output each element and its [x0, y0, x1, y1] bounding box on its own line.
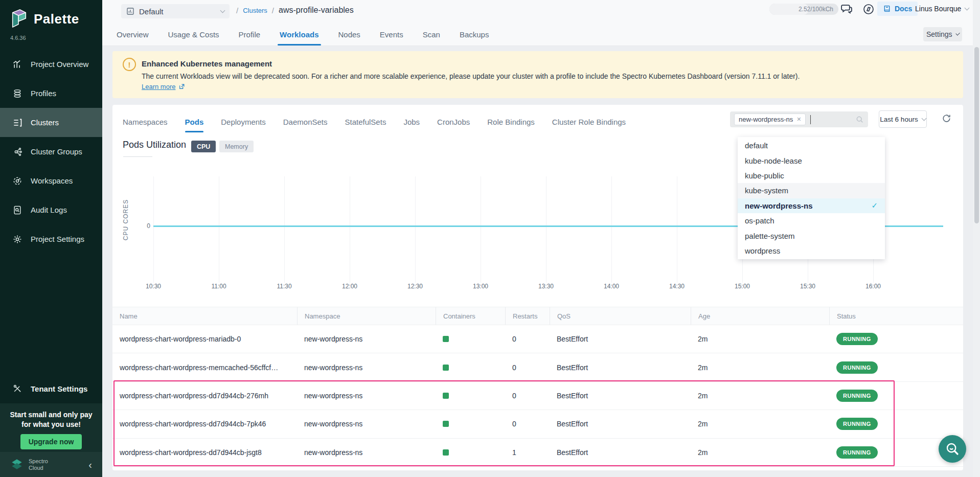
deprecation-banner: ! Enhanced Kubernetes management The cur…	[112, 51, 963, 98]
user-menu[interactable]: Linus Bourque	[915, 5, 969, 13]
subtab-cronjobs[interactable]: CronJobs	[437, 112, 470, 132]
gridline	[284, 176, 285, 283]
pod-qos: BestEffort	[550, 392, 691, 400]
sidebar-item-profiles[interactable]: Profiles	[0, 79, 102, 108]
app-window: Palette 4.6.36 Project Overview Profiles…	[0, 0, 980, 477]
breadcrumb-link-clusters[interactable]: Clusters	[243, 7, 267, 14]
x-tick: 15:30	[787, 283, 828, 290]
pod-name: wordpress-chart-wordpress-memcached-56cf…	[112, 364, 297, 372]
feedback-chat-icon[interactable]	[840, 3, 853, 17]
tab-events[interactable]: Events	[380, 22, 403, 46]
subtab-deployments[interactable]: Deployments	[221, 112, 266, 132]
pod-qos: BestEffort	[550, 448, 691, 457]
gridline	[481, 176, 481, 283]
dropdown-option-kube-node-lease[interactable]: kube-node-lease	[738, 153, 885, 168]
dropdown-option-palette-system[interactable]: palette-system	[738, 228, 885, 243]
tab-nodes[interactable]: Nodes	[338, 22, 360, 46]
dropdown-option-wordpress[interactable]: wordpress	[738, 243, 885, 258]
tab-backups[interactable]: Backups	[460, 22, 489, 46]
settings-button[interactable]: Settings	[923, 27, 962, 41]
pilot-help-icon[interactable]	[862, 3, 875, 17]
usage-quota-pill: 2.52/100kCh	[769, 4, 838, 15]
learn-more-link[interactable]: Learn more	[142, 83, 185, 90]
subtab-jobs[interactable]: Jobs	[403, 112, 420, 132]
scrollbar-thumb[interactable]	[974, 47, 979, 223]
top-header: Default / Clusters / aws-profile-variabl…	[102, 0, 980, 46]
subtab-daemonsets[interactable]: DaemonSets	[283, 112, 328, 132]
page-scrollbar[interactable]	[973, 0, 980, 477]
sidebar-item-label: Project Settings	[31, 235, 84, 243]
namespace-filter-input[interactable]: new-wordpress-ns ✕	[730, 111, 868, 127]
status-badge: RUNNING	[836, 333, 878, 345]
gridline	[415, 176, 416, 283]
dropdown-option-os-patch[interactable]: os-patch	[738, 213, 885, 228]
sidebar-item-tenant-settings[interactable]: Tenant Settings	[0, 375, 102, 402]
banner-body: The current Workloads view will be depre…	[142, 72, 800, 80]
sidebar-item-cluster-groups[interactable]: Cluster Groups	[0, 137, 102, 166]
subtab-namespaces[interactable]: Namespaces	[123, 112, 168, 132]
table-row-highlighted[interactable]: wordpress-chart-wordpress-dd7d944cb-jsgt…	[112, 439, 963, 467]
gridline	[677, 176, 677, 283]
tab-scan[interactable]: Scan	[423, 22, 440, 46]
pod-age: 2m	[691, 448, 829, 457]
x-tick: 16:00	[853, 283, 894, 290]
remove-tag-icon[interactable]: ✕	[796, 116, 801, 123]
search-icon	[856, 116, 864, 124]
spectro-cloud-logo-icon	[10, 458, 24, 471]
dropdown-option-kube-public[interactable]: kube-public	[738, 168, 885, 183]
tab-overview[interactable]: Overview	[117, 22, 149, 46]
table-row-highlighted[interactable]: wordpress-chart-wordpress-dd7d944cb-7pk4…	[112, 410, 963, 438]
pod-qos: BestEffort	[550, 335, 691, 343]
docs-button[interactable]: Docs	[877, 2, 918, 16]
tab-usage-costs[interactable]: Usage & Costs	[168, 22, 219, 46]
namespace-filter-tag: new-wordpress-ns ✕	[734, 113, 806, 125]
col-restarts: Restarts	[505, 307, 550, 325]
x-tick: 13:30	[526, 283, 566, 290]
subtab-cluster-role-bindings[interactable]: Cluster Role Bindings	[552, 112, 626, 132]
support-search-fab[interactable]	[939, 435, 966, 463]
table-row-highlighted[interactable]: wordpress-chart-wordpress-dd7d944cb-276m…	[112, 382, 963, 410]
status-badge: RUNNING	[836, 418, 878, 430]
sidebar-item-clusters[interactable]: Clusters	[0, 108, 102, 137]
sidebar-collapse-icon[interactable]: ‹	[85, 459, 95, 471]
container-indicator	[443, 421, 449, 427]
sidebar-item-audit-logs[interactable]: Audit Logs	[0, 195, 102, 224]
pod-age: 2m	[691, 335, 829, 343]
chevron-down-icon	[220, 8, 225, 13]
subtab-pods[interactable]: Pods	[185, 112, 204, 132]
sidebar-item-workspaces[interactable]: Workspaces	[0, 166, 102, 195]
sidebar-item-project-settings[interactable]: Project Settings	[0, 224, 102, 254]
check-icon: ✓	[871, 201, 878, 210]
sidebar-item-label: Cluster Groups	[31, 147, 82, 156]
time-range-select[interactable]: Last 6 hours	[879, 110, 927, 128]
subtab-statefulsets[interactable]: StatefulSets	[345, 112, 386, 132]
memory-toggle[interactable]: Memory	[219, 141, 254, 152]
workspace-icon	[12, 176, 22, 186]
col-qos: QoS	[550, 307, 691, 325]
gridline	[546, 176, 546, 283]
x-tick: 14:30	[656, 283, 697, 290]
dropdown-option-default[interactable]: default	[738, 138, 885, 153]
table-row[interactable]: wordpress-chart-wordpress-memcached-56cf…	[112, 353, 963, 381]
sidebar-item-label: Profiles	[31, 89, 56, 98]
container-indicator	[443, 336, 449, 342]
chart-title: Pods Utilization	[123, 140, 186, 150]
tab-workloads[interactable]: Workloads	[280, 22, 318, 46]
refresh-button[interactable]	[942, 113, 951, 125]
dropdown-option-kube-system[interactable]: kube-system	[738, 183, 885, 198]
sidebar-footer: Spectro Cloud ‹	[0, 452, 102, 477]
cpu-toggle[interactable]: CPU	[191, 141, 216, 152]
project-selector-value: Default	[139, 7, 221, 16]
project-selector[interactable]: Default	[121, 4, 230, 18]
subtab-role-bindings[interactable]: Role Bindings	[487, 112, 535, 132]
sidebar-item-project-overview[interactable]: Project Overview	[0, 50, 102, 79]
pod-qos: BestEffort	[550, 420, 691, 428]
palette-logo: Palette	[9, 8, 79, 30]
dropdown-option-new-wordpress-ns[interactable]: new-wordpress-ns ✓	[738, 198, 885, 213]
layers-icon	[12, 88, 22, 99]
table-row[interactable]: wordpress-chart-wordpress-mariadb-0 new-…	[112, 325, 963, 353]
tab-profile[interactable]: Profile	[239, 22, 261, 46]
gridline	[153, 176, 154, 283]
upgrade-now-button[interactable]: Upgrade now	[20, 434, 82, 449]
x-tick: 10:30	[133, 283, 174, 290]
